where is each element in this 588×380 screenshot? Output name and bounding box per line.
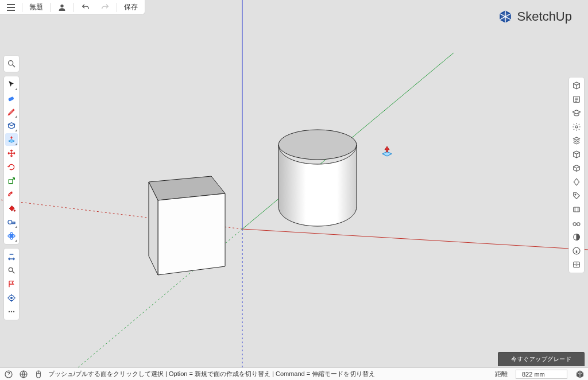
help-button[interactable] <box>3 369 14 379</box>
menu-button[interactable] <box>3 3 18 12</box>
styles-panel[interactable] <box>570 189 583 202</box>
redo-button[interactable] <box>97 2 113 13</box>
svg-point-28 <box>9 311 10 312</box>
undo-icon <box>81 3 90 12</box>
svg-rect-34 <box>574 207 580 212</box>
user-button[interactable] <box>54 2 70 13</box>
orbit-tool[interactable] <box>5 230 18 242</box>
scenes-panel[interactable] <box>570 176 583 188</box>
text-label-tool[interactable] <box>5 278 18 290</box>
push-pull-tool[interactable] <box>5 133 18 146</box>
list-icon <box>572 95 581 104</box>
rotate-tool[interactable] <box>5 161 18 173</box>
svg-rect-18 <box>9 180 13 184</box>
more-icon <box>7 307 16 316</box>
info-panel[interactable] <box>570 245 583 257</box>
entity-info-panel[interactable] <box>570 79 583 92</box>
film-icon <box>572 205 581 214</box>
shadows-panel[interactable] <box>570 203 583 216</box>
dimension-icon <box>7 252 16 261</box>
components-panel[interactable] <box>570 121 583 133</box>
mouse-indicator <box>33 369 44 379</box>
line-tool[interactable] <box>5 106 18 118</box>
soft-edges-panel[interactable] <box>570 231 583 243</box>
mouse-icon <box>34 370 43 379</box>
fog-panel[interactable] <box>570 217 583 230</box>
svg-point-21 <box>10 235 13 237</box>
svg-marker-17 <box>10 136 13 139</box>
svg-marker-16 <box>9 139 15 142</box>
contrast-icon <box>572 232 581 242</box>
divider <box>22 3 22 12</box>
svg-point-33 <box>575 194 576 195</box>
offset-icon <box>7 190 16 199</box>
svg-marker-11 <box>385 146 389 152</box>
viewport-3d[interactable] <box>0 0 588 380</box>
language-button[interactable] <box>18 369 29 379</box>
search-icon <box>7 59 16 68</box>
upgrade-button[interactable]: 今すぐアップグレード <box>498 352 585 366</box>
app-name: SketchUp <box>517 9 572 24</box>
search-small-icon <box>7 266 16 275</box>
layers-panel[interactable] <box>570 162 583 175</box>
select-tool[interactable] <box>5 78 18 91</box>
svg-point-35 <box>573 223 576 226</box>
svg-line-2 <box>242 229 588 250</box>
measure-label: 距離 <box>495 370 508 378</box>
hamburger-icon <box>7 4 15 11</box>
tape-measure-tool[interactable] <box>5 216 18 228</box>
instructor-panel[interactable] <box>570 93 583 106</box>
search-tool[interactable] <box>5 57 18 70</box>
target-icon <box>7 293 16 303</box>
advanced-panel[interactable] <box>570 258 583 271</box>
info-icon <box>572 246 581 255</box>
status-hint: プッシュ/プルする面をクリックして選択 | Option = 新規で面の作成を切… <box>48 370 375 378</box>
rectangle-tool[interactable] <box>5 119 18 132</box>
app-logo: SketchUp <box>498 9 572 24</box>
materials-panel[interactable] <box>570 134 583 147</box>
svg-marker-7 <box>158 193 225 275</box>
paint-bucket-tool[interactable] <box>5 202 18 215</box>
stack-icon <box>572 136 581 145</box>
eraser-tool[interactable] <box>5 92 18 104</box>
svg-point-29 <box>11 311 12 312</box>
measure-value[interactable]: 822 mm <box>516 370 567 379</box>
diamond-icon <box>572 177 581 187</box>
axes-tool[interactable] <box>5 292 18 304</box>
move-icon <box>7 149 16 158</box>
sketchup-small-icon <box>575 370 585 379</box>
undo-button[interactable] <box>78 2 94 13</box>
cube-outline-icon <box>572 81 581 90</box>
scale-icon <box>7 176 16 185</box>
offset-tool[interactable] <box>5 188 18 201</box>
svg-point-36 <box>577 223 580 226</box>
right-panel-rail <box>568 77 585 273</box>
learn-panel[interactable] <box>570 107 583 119</box>
rotate-icon <box>7 162 16 172</box>
axes-overlay <box>0 0 588 380</box>
push-pull-cursor <box>380 145 394 161</box>
cube-wire-icon <box>572 150 581 159</box>
tags-panel[interactable] <box>570 148 583 161</box>
scale-tool[interactable] <box>5 175 18 187</box>
flag-icon <box>7 280 16 289</box>
top-toolbar: 無題 保存 <box>0 0 145 15</box>
tag-icon <box>572 191 581 200</box>
move-tool[interactable] <box>5 147 18 160</box>
divider <box>117 3 117 12</box>
save-button[interactable]: 保存 <box>121 1 141 13</box>
sketchup-icon <box>498 9 513 24</box>
globe-icon <box>19 370 28 379</box>
svg-point-24 <box>9 267 13 272</box>
svg-point-27 <box>11 297 13 299</box>
section-tool[interactable] <box>5 264 18 277</box>
scene-cube[interactable] <box>149 176 225 275</box>
svg-point-32 <box>575 126 578 128</box>
svg-point-30 <box>13 311 14 312</box>
more-tools[interactable] <box>5 305 18 318</box>
status-bar: プッシュ/プルする面をクリックして選択 | Option = 新規で面の作成を切… <box>0 367 588 380</box>
scene-cylinder[interactable] <box>278 130 357 226</box>
document-title[interactable]: 無題 <box>26 1 47 13</box>
gear-icon <box>572 122 581 131</box>
dimension-tool[interactable] <box>5 250 18 263</box>
